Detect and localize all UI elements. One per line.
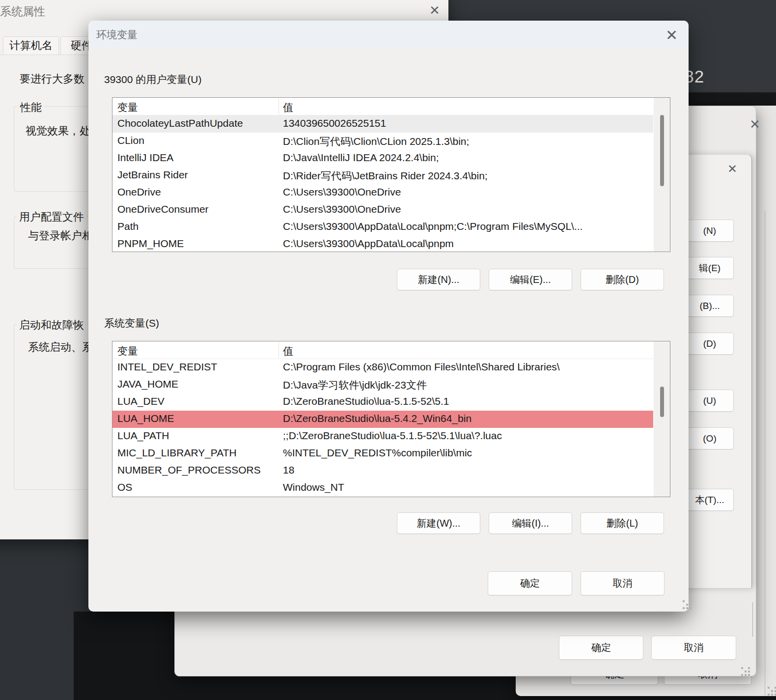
variable-name: LUA_PATH xyxy=(117,430,169,442)
resize-grip-icon[interactable] xyxy=(683,600,685,602)
scrollbar-thumb[interactable] xyxy=(660,387,664,417)
variable-value: C:\Users\39300\OneDrive xyxy=(283,186,401,198)
table-row[interactable]: OneDriveConsumerC:\Users\39300\OneDrive xyxy=(112,201,653,219)
edit-browse-button[interactable]: (B)... xyxy=(686,295,734,317)
intro-text: 要进行大多数 xyxy=(20,72,84,86)
back-window-divider xyxy=(765,211,765,696)
variable-value: 18 xyxy=(283,464,294,476)
group-startup-recovery-title: 启动和故障恢 xyxy=(17,318,86,333)
table-row[interactable]: NUMBER_OF_PROCESSORS18 xyxy=(112,462,653,479)
edit-text-button[interactable]: 本(T)... xyxy=(686,489,734,511)
table-header: 变量 值 xyxy=(112,98,670,115)
variable-name: NUMBER_OF_PROCESSORS xyxy=(117,464,261,476)
variable-value: %INTEL_DEV_REDIST%compiler\lib\mic xyxy=(283,447,472,459)
table-row[interactable]: PathC:\Users\39300\AppData\Local\pnpm;C:… xyxy=(112,219,653,236)
table-body: ChocolateyLastPathUpdate1340396500265251… xyxy=(112,115,670,253)
table-row[interactable]: OneDriveC:\Users\39300\OneDrive xyxy=(112,184,653,201)
column-variable: 变量 xyxy=(117,101,138,114)
column-divider[interactable] xyxy=(278,99,279,114)
group-performance-text: 视觉效果，处 xyxy=(26,124,90,139)
variable-name: JetBrains Rider xyxy=(117,169,188,181)
table-row[interactable]: ChocolateyLastPathUpdate1340396500265251… xyxy=(112,115,653,133)
variable-name: ChocolateyLastPathUpdate xyxy=(117,117,243,129)
close-icon[interactable]: ✕ xyxy=(727,163,737,175)
variable-name: IntelliJ IDEA xyxy=(117,152,173,164)
system-variables-label: 系统变量(S) xyxy=(104,316,159,330)
variable-value: D:\Rider写代码\JetBrains Rider 2024.3.4\bin… xyxy=(283,169,488,183)
back-ok-button[interactable]: 确定 xyxy=(559,636,643,660)
close-icon[interactable]: ✕ xyxy=(665,29,678,42)
variable-value: C:\Users\39300\AppData\Local\pnpm;C:\Pro… xyxy=(283,221,582,232)
variable-value: C:\Users\39300\OneDrive xyxy=(283,203,401,215)
edit-new-button[interactable]: (N) xyxy=(686,220,734,242)
environment-variables-dialog: 环境变量 ✕ 39300 的用户变量(U) 变量 值 ChocolateyLas… xyxy=(88,21,689,612)
ok-button[interactable]: 确定 xyxy=(488,571,572,595)
table-body: INTEL_DEV_REDISTC:\Program Files (x86)\C… xyxy=(112,359,670,497)
tab-computer-name[interactable]: 计算机名 xyxy=(3,36,59,55)
table-header: 变量 值 xyxy=(112,341,670,359)
table-row[interactable]: LUA_PATH;;D:\ZeroBraneStudio\lua-5.1.5-5… xyxy=(112,428,653,445)
variable-value: ;;D:\ZeroBraneStudio\lua-5.1.5-52\5.1\lu… xyxy=(283,430,502,442)
back-dialog-border xyxy=(752,602,753,637)
scrollbar-thumb[interactable] xyxy=(660,115,664,186)
user-new-button[interactable]: 新建(N)... xyxy=(397,269,480,290)
variable-name: Path xyxy=(117,221,139,232)
table-row[interactable]: IntelliJ IDEAD:\Java\IntelliJ IDEA 2024.… xyxy=(112,150,653,167)
variable-name: CLion xyxy=(117,135,144,146)
group-startup-recovery-text: 系统启动、系 xyxy=(28,340,93,355)
variable-name: OneDrive xyxy=(117,186,161,198)
table-row[interactable]: CLionD:\Clion写代码\Clion\CLion 2025.1.3\bi… xyxy=(112,133,653,150)
variable-name: PNPM_HOME xyxy=(117,238,184,250)
table-row[interactable]: INTEL_DEV_REDISTC:\Program Files (x86)\C… xyxy=(112,359,653,376)
column-value: 值 xyxy=(283,344,293,358)
table-row[interactable]: OSWindows_NT xyxy=(112,479,653,497)
edit-moveup-button[interactable]: (U) xyxy=(686,390,734,412)
group-user-profiles-text: 与登录帐户相 xyxy=(28,228,93,243)
variable-value: C:\Users\39300\AppData\Local\pnpm xyxy=(283,238,454,250)
edit-movedown-button[interactable]: (O) xyxy=(686,427,734,449)
table-row[interactable]: PNPM_HOMEC:\Users\39300\AppData\Local\pn… xyxy=(112,236,653,253)
user-variables-table: 变量 值 ChocolateyLastPathUpdate13403965002… xyxy=(112,97,670,252)
variable-value: D:\Java\IntelliJ IDEA 2024.2.4\bin; xyxy=(283,152,439,164)
cancel-button[interactable]: 取消 xyxy=(581,571,665,595)
variable-name: LUA_HOME xyxy=(117,413,174,424)
column-value: 值 xyxy=(283,101,293,114)
group-user-profiles-title: 用户配置文件 xyxy=(17,210,86,224)
back-cancel-button[interactable]: 取消 xyxy=(651,636,736,660)
group-performance xyxy=(14,106,91,192)
close-icon[interactable]: ✕ xyxy=(749,118,760,131)
window-title: 系统属性 xyxy=(0,4,45,19)
table-row[interactable]: LUA_DEVD:\ZeroBraneStudio\lua-5.1.5-52\5… xyxy=(112,393,653,411)
column-variable: 变量 xyxy=(117,344,138,358)
variable-value: Windows_NT xyxy=(283,481,344,493)
table-row[interactable]: MIC_LD_LIBRARY_PATH%INTEL_DEV_REDIST%com… xyxy=(112,445,653,462)
user-delete-button[interactable]: 删除(D) xyxy=(581,269,664,290)
column-divider[interactable] xyxy=(278,342,279,358)
table-row[interactable]: LUA_HOMED:\ZeroBraneStudio\lua-5.4.2_Win… xyxy=(112,411,653,428)
system-edit-button[interactable]: 编辑(I)... xyxy=(489,512,572,534)
group-performance-title: 性能 xyxy=(18,100,44,115)
system-new-button[interactable]: 新建(W)... xyxy=(397,512,480,534)
variable-value: D:\ZeroBraneStudio\lua-5.1.5-52\5.1 xyxy=(283,395,449,407)
user-edit-button[interactable]: 编辑(E)... xyxy=(489,269,572,290)
variable-name: JAVA_HOME xyxy=(117,378,178,390)
resize-grip-icon[interactable] xyxy=(768,687,770,689)
close-icon[interactable]: ✕ xyxy=(429,4,440,17)
screen: 161440182 确定 取消 ✕ 确定 取消 ✕ (N) 辑(E) (B)..… xyxy=(0,0,776,700)
scrollbar-track[interactable] xyxy=(654,98,670,252)
table-row[interactable]: JAVA_HOMED:\Java学习软件\jdk\jdk-23文件 xyxy=(112,376,653,393)
variable-name: LUA_DEV xyxy=(117,395,165,407)
variable-name: OneDriveConsumer xyxy=(117,203,209,215)
scrollbar-track[interactable] xyxy=(654,341,670,497)
table-row[interactable]: JetBrains RiderD:\Rider写代码\JetBrains Rid… xyxy=(112,167,653,184)
edit-edit-button[interactable]: 辑(E) xyxy=(686,257,734,279)
variable-name: INTEL_DEV_REDIST xyxy=(117,361,217,373)
edit-delete-button[interactable]: (D) xyxy=(686,333,734,355)
resize-grip-icon[interactable] xyxy=(741,667,743,669)
dialog-title: 环境变量 xyxy=(96,28,138,42)
dialog-header: 环境变量 xyxy=(88,21,689,48)
variable-value: D:\Java学习软件\jdk\jdk-23文件 xyxy=(283,378,427,392)
variable-name: MIC_LD_LIBRARY_PATH xyxy=(117,447,237,459)
system-delete-button[interactable]: 删除(L) xyxy=(581,512,664,534)
user-variables-label: 39300 的用户变量(U) xyxy=(104,73,201,86)
